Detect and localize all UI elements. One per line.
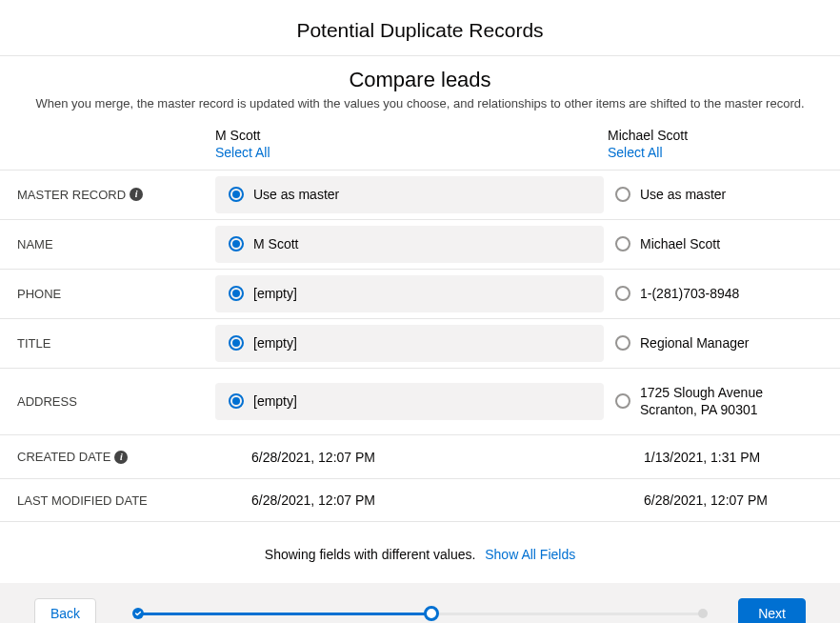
value-text: Regional Manager	[640, 334, 749, 352]
row-created-date: CREATED DATE i 6/28/2021, 12:07 PM 1/13/…	[0, 434, 840, 478]
select-all-b[interactable]: Select All	[608, 145, 840, 160]
next-button[interactable]: Next	[738, 598, 806, 623]
row-title: TITLE [empty] Regional Manager	[0, 318, 840, 368]
value-text: 1725 Slough Avenue Scranton, PA 90301	[640, 384, 763, 420]
progress-indicator	[136, 613, 704, 615]
phone-option-b[interactable]: 1-(281)703-8948	[608, 275, 840, 312]
label-address: ADDRESS	[0, 369, 215, 435]
value-text: [empty]	[253, 285, 297, 303]
progress-step-3-upcoming-icon	[698, 609, 708, 618]
info-icon[interactable]: i	[130, 188, 143, 201]
show-all-fields-link[interactable]: Show All Fields	[485, 547, 575, 562]
row-master-record: MASTER RECORD i Use as master Use as mas…	[0, 170, 840, 219]
name-option-a[interactable]: M Scott	[215, 226, 604, 263]
label-modified-date: LAST MODIFIED DATE	[0, 479, 215, 521]
radio-icon	[615, 236, 630, 251]
radio-icon	[229, 187, 244, 202]
filter-status: Showing fields with different values. Sh…	[0, 522, 840, 583]
radio-icon	[229, 286, 244, 301]
back-button[interactable]: Back	[34, 598, 96, 623]
radio-icon	[229, 393, 244, 409]
value-text: Michael Scott	[640, 235, 720, 253]
value-text: Use as master	[253, 186, 339, 204]
title-option-a[interactable]: [empty]	[215, 325, 604, 362]
master-option-a[interactable]: Use as master	[215, 176, 604, 213]
wizard-footer: Back Next	[0, 583, 840, 623]
page-title: Potential Duplicate Records	[0, 0, 840, 55]
section-description: When you merge, the master record is upd…	[0, 92, 840, 128]
value-text: M Scott	[253, 235, 298, 253]
column-headers: M Scott Select All Michael Scott Select …	[0, 128, 840, 170]
radio-icon	[229, 236, 244, 251]
value-text: [empty]	[253, 334, 297, 352]
radio-icon	[229, 335, 244, 351]
record-b-name: Michael Scott	[608, 128, 840, 143]
modified-value-a: 6/28/2021, 12:07 PM	[215, 492, 375, 508]
section-title: Compare leads	[0, 56, 840, 92]
radio-icon	[615, 187, 630, 202]
phone-option-a[interactable]: [empty]	[215, 275, 604, 312]
name-option-b[interactable]: Michael Scott	[608, 226, 840, 263]
modified-value-b: 6/28/2021, 12:07 PM	[608, 492, 768, 508]
row-modified-date: LAST MODIFIED DATE 6/28/2021, 12:07 PM 6…	[0, 478, 840, 522]
row-address: ADDRESS [empty] 1725 Slough Avenue Scran…	[0, 368, 840, 435]
label-title: TITLE	[0, 319, 215, 368]
radio-icon	[615, 286, 630, 301]
select-all-a[interactable]: Select All	[215, 145, 608, 160]
value-text: Use as master	[640, 186, 726, 204]
radio-icon	[615, 335, 630, 351]
value-text: [empty]	[253, 392, 297, 411]
compare-grid: M Scott Select All Michael Scott Select …	[0, 128, 840, 522]
created-value-a: 6/28/2021, 12:07 PM	[215, 450, 375, 465]
address-option-a[interactable]: [empty]	[215, 383, 604, 420]
filter-status-text: Showing fields with different values.	[265, 547, 476, 562]
label-phone: PHONE	[0, 270, 215, 318]
label-created-date: CREATED DATE i	[0, 435, 215, 478]
title-option-b[interactable]: Regional Manager	[608, 325, 840, 362]
created-value-b: 1/13/2021, 1:31 PM	[608, 450, 760, 465]
master-option-b[interactable]: Use as master	[608, 176, 840, 213]
label-name: NAME	[0, 220, 215, 269]
address-option-b[interactable]: 1725 Slough Avenue Scranton, PA 90301	[608, 374, 840, 430]
info-icon[interactable]: i	[114, 451, 128, 464]
progress-step-1-complete-icon	[132, 608, 144, 619]
progress-step-2-current-icon	[424, 606, 439, 621]
record-a-name: M Scott	[215, 128, 608, 143]
value-text: 1-(281)703-8948	[640, 285, 739, 303]
row-name: NAME M Scott Michael Scott	[0, 219, 840, 269]
row-phone: PHONE [empty] 1-(281)703-8948	[0, 269, 840, 318]
label-master-record: MASTER RECORD i	[0, 171, 215, 219]
radio-icon	[615, 393, 630, 409]
